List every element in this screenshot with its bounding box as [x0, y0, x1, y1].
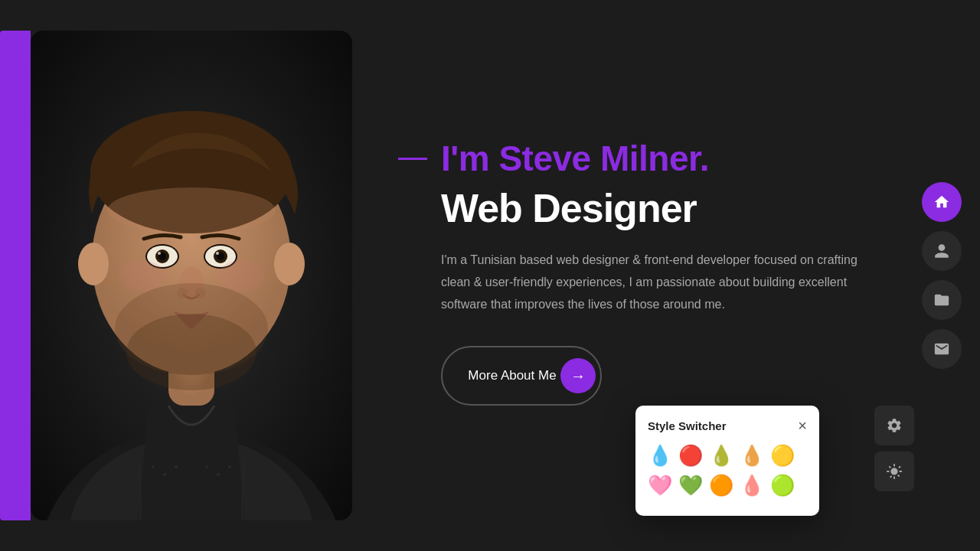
color-row-2: 🩷 💚 🟠 💧 🟡 [648, 474, 807, 497]
style-switcher-panel: Style Switcher × 💧 🔴 💧 💧 🟡 🩷 💚 🟠 💧 🟡 [635, 406, 819, 516]
nav-contact-button[interactable] [922, 329, 962, 369]
svg-point-30 [217, 473, 220, 476]
nav-home-button[interactable] [922, 182, 962, 222]
switcher-title: Style Switcher [648, 419, 727, 432]
svg-point-22 [119, 260, 165, 291]
color-pink[interactable]: 🩷 [648, 474, 672, 497]
color-blue[interactable]: 💧 [740, 444, 764, 468]
svg-point-16 [216, 252, 219, 255]
hero-name: I'm Steve Milner. [441, 138, 709, 179]
person-icon [933, 243, 950, 259]
settings-panel [874, 406, 914, 491]
purple-accent-bar [0, 31, 31, 520]
hero-title: Web Designer [441, 185, 896, 231]
switcher-close-button[interactable]: × [798, 418, 807, 433]
settings-gear-button[interactable] [874, 406, 914, 445]
svg-point-31 [228, 465, 231, 468]
switcher-header: Style Switcher × [648, 418, 807, 433]
sun-icon [886, 463, 903, 480]
home-icon [933, 194, 950, 210]
gear-icon [886, 417, 903, 434]
envelope-icon [933, 341, 950, 357]
svg-point-29 [205, 465, 208, 468]
name-dash [398, 158, 427, 160]
svg-point-27 [163, 473, 166, 476]
svg-point-25 [274, 243, 305, 285]
svg-point-26 [152, 465, 155, 468]
svg-point-24 [78, 243, 109, 285]
svg-point-21 [126, 314, 256, 390]
hero-bio: I'm a Tunisian based web designer & fron… [441, 249, 870, 315]
nav-about-button[interactable] [922, 231, 962, 271]
photo-container [31, 31, 352, 520]
folder-icon [933, 292, 950, 308]
svg-point-6 [107, 187, 276, 233]
name-line: I'm Steve Milner. [398, 138, 896, 179]
svg-point-23 [218, 260, 264, 291]
color-dark-blue[interactable]: 💧 [709, 444, 733, 468]
color-green[interactable]: 💚 [678, 474, 703, 497]
color-teal[interactable]: 💧 [740, 474, 764, 497]
color-red[interactable]: 🔴 [678, 444, 703, 468]
color-amber[interactable]: 🟡 [770, 474, 795, 497]
svg-point-15 [158, 252, 161, 255]
color-purple[interactable]: 💧 [648, 444, 672, 468]
settings-light-button[interactable] [874, 452, 914, 491]
photo-panel [31, 31, 352, 520]
color-gold[interactable]: 🟡 [770, 444, 795, 468]
right-nav [922, 182, 962, 369]
cta-arrow-icon: → [560, 358, 596, 393]
hero-content: I'm Steve Milner. Web Designer I'm a Tun… [398, 138, 896, 406]
person-photo [31, 31, 352, 520]
nav-portfolio-button[interactable] [922, 280, 962, 320]
svg-point-28 [175, 465, 178, 468]
color-row-1: 💧 🔴 💧 💧 🟡 [648, 444, 807, 468]
more-about-me-button[interactable]: More About Me → [441, 346, 602, 406]
cta-label: More About Me [464, 368, 560, 383]
color-orange[interactable]: 🟠 [709, 474, 733, 497]
